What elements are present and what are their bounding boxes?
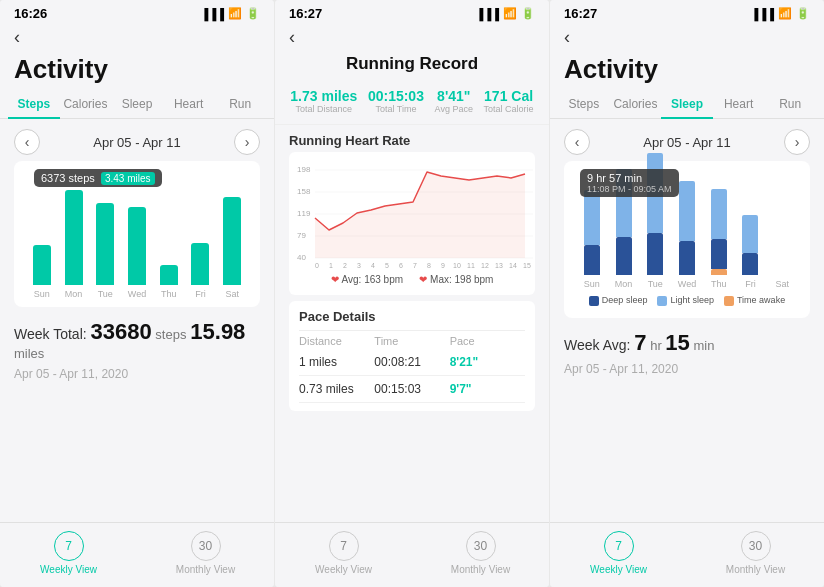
bar-wed: Wed [121, 207, 153, 299]
weekly-view-btn-3[interactable]: 7 Weekly View [550, 531, 687, 575]
run-stat-distance: 1.73 miles Total Distance [290, 88, 357, 114]
back-button-1[interactable]: ‹ [0, 25, 274, 50]
svg-text:15: 15 [523, 262, 531, 268]
prev-date-btn-1[interactable]: ‹ [14, 129, 40, 155]
status-icons-1: ▐▐▐ 📶 🔋 [201, 7, 260, 20]
weekly-label-1: Weekly View [40, 564, 97, 575]
sleep-label-thu: Thu [711, 279, 727, 289]
date-label-3: Apr 05 - Apr 11 [643, 135, 730, 150]
bar-steps-tue [96, 203, 114, 285]
weekly-view-btn-1[interactable]: 7 Weekly View [0, 531, 137, 575]
bar-fri: Fri [185, 243, 217, 299]
sleep-stack-sun [584, 190, 600, 275]
tab-heart-3[interactable]: Heart [713, 91, 765, 119]
heart-rate-svg: 198 158 119 79 40 0 1 2 3 4 5 6 7 8 9 10… [295, 158, 537, 268]
bar-sun: Sun [26, 245, 58, 299]
wifi-icon-2: 📶 [503, 7, 517, 20]
run-distance-lbl: Total Distance [296, 104, 353, 114]
run-pace-val: 8'41" [437, 88, 470, 104]
week-sub-3: Apr 05 - Apr 11, 2020 [550, 360, 824, 376]
next-date-btn-1[interactable]: › [234, 129, 260, 155]
signal-icon-2: ▐▐▐ [476, 8, 499, 20]
heart-rate-chart: 198 158 119 79 40 0 1 2 3 4 5 6 7 8 9 10… [289, 152, 535, 295]
sleep-bar-fri: Fri [735, 215, 767, 289]
bottom-bar-3: 7 Weekly View 30 Monthly View [550, 522, 824, 587]
tab-sleep-1[interactable]: Sleep [111, 91, 163, 119]
light-sun [584, 190, 600, 245]
weekly-view-btn-2[interactable]: 7 Weekly View [275, 531, 412, 575]
bar-label-sat: Sat [225, 289, 239, 299]
deep-dot [589, 296, 599, 306]
monthly-view-btn-3[interactable]: 30 Monthly View [687, 531, 824, 575]
status-bar-2: 16:27 ▐▐▐ 📶 🔋 [275, 0, 549, 25]
run-pace-lbl: Avg Pace [435, 104, 473, 114]
week-total-1: Week Total: 33680 steps 15.98 miles [0, 307, 274, 365]
tab-run-3[interactable]: Run [764, 91, 816, 119]
pace-r2-pace: 9'7" [450, 382, 525, 396]
status-time-3: 16:27 [564, 6, 597, 21]
deep-thu [711, 239, 727, 269]
tab-steps-1[interactable]: Steps [8, 91, 60, 119]
run-title: Running Record [275, 50, 549, 80]
deep-sun [584, 245, 600, 275]
bar-steps-fri [191, 243, 209, 285]
bar-mon: Mon [58, 190, 90, 299]
pace-r1-pace: 8'21" [450, 355, 525, 369]
bar-label-sun: Sun [34, 289, 50, 299]
awake-dot [724, 296, 734, 306]
next-date-btn-3[interactable]: › [784, 129, 810, 155]
status-icons-3: ▐▐▐ 📶 🔋 [751, 7, 810, 20]
wifi-icon-3: 📶 [778, 7, 792, 20]
weekly-label-2: Weekly View [315, 564, 372, 575]
svg-text:9: 9 [441, 262, 445, 268]
back-button-2[interactable]: ‹ [275, 25, 549, 50]
pace-r1-time: 00:08:21 [374, 355, 449, 369]
tab-run-1[interactable]: Run [214, 91, 266, 119]
sleep-label-sun: Sun [584, 279, 600, 289]
page-title-1: Activity [0, 50, 274, 91]
svg-text:0: 0 [315, 262, 319, 268]
sleep-label-fri: Fri [745, 279, 756, 289]
svg-text:1: 1 [329, 262, 333, 268]
tab-calories-3[interactable]: Calories [610, 91, 662, 119]
week-total-steps: 33680 [91, 319, 152, 344]
monthly-label-3: Monthly View [726, 564, 785, 575]
steps-chart-container: 6373 steps 3.43 miles Sun Mon Tue Wed Th… [14, 161, 260, 307]
sleep-bar-thu: Thu [703, 189, 735, 289]
prev-date-btn-3[interactable]: ‹ [564, 129, 590, 155]
svg-text:11: 11 [467, 262, 475, 268]
svg-text:7: 7 [413, 262, 417, 268]
bar-steps-sat [223, 197, 241, 285]
signal-icon-3: ▐▐▐ [751, 8, 774, 20]
svg-text:5: 5 [385, 262, 389, 268]
deep-tue [647, 233, 663, 275]
deep-fri [742, 253, 758, 275]
tab-calories-1[interactable]: Calories [60, 91, 112, 119]
pace-r2-time: 00:15:03 [374, 382, 449, 396]
svg-text:10: 10 [453, 262, 461, 268]
bar-steps-thu [160, 265, 178, 285]
monthly-view-btn-1[interactable]: 30 Monthly View [137, 531, 274, 575]
sleep-chart-container: 9 hr 57 min 11:08 PM - 09:05 AM Sun Mon [564, 161, 810, 318]
pace-col-distance: Distance [299, 335, 374, 347]
monthly-view-btn-2[interactable]: 30 Monthly View [412, 531, 549, 575]
bar-steps-wed [128, 207, 146, 285]
tab-sleep-3[interactable]: Sleep [661, 91, 713, 119]
pace-section: Pace Details Distance Time Pace 1 miles … [289, 301, 535, 411]
tab-heart-1[interactable]: Heart [163, 91, 215, 119]
monthly-label-2: Monthly View [451, 564, 510, 575]
tab-steps-3[interactable]: Steps [558, 91, 610, 119]
run-time-val: 00:15:03 [368, 88, 424, 104]
pace-cols: Distance Time Pace [299, 331, 525, 349]
run-distance-val: 1.73 miles [290, 88, 357, 104]
bar-label-thu: Thu [161, 289, 177, 299]
pace-col-pace: Pace [450, 335, 525, 347]
sleep-label-sat: Sat [775, 279, 789, 289]
svg-text:198: 198 [297, 165, 311, 174]
back-button-3[interactable]: ‹ [550, 25, 824, 50]
signal-icon: ▐▐▐ [201, 8, 224, 20]
sleep-bar-sun: Sun [576, 190, 608, 289]
sleep-stack-wed [679, 181, 695, 275]
battery-icon-2: 🔋 [521, 7, 535, 20]
max-bpm-legend: ❤Max: 198 bpm [419, 274, 493, 285]
